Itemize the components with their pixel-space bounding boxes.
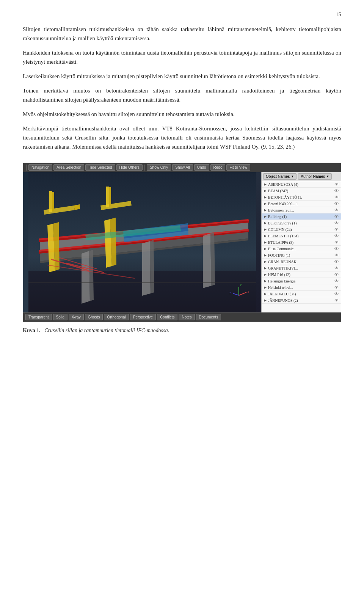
panel-list-item[interactable]: ▶HPM P16 (12)👁: [262, 271, 341, 278]
object-name-label: Helsinki televi...: [268, 285, 333, 290]
toolbar-btn-show-all[interactable]: Show All: [172, 164, 193, 171]
expand-arrow-icon: ▶: [264, 273, 267, 276]
visibility-eye-icon[interactable]: 👁: [334, 292, 339, 296]
bottom-toolbar-btn-x-ray[interactable]: X-ray: [69, 314, 84, 320]
viewer-bottom-toolbar: TransparentSolidX-rayGhostsOrthogonalPer…: [23, 312, 341, 322]
object-name-label: Building (1): [268, 215, 333, 219]
svg-marker-11: [142, 241, 151, 296]
panel-list-item[interactable]: ▶GRAN. REUNAK...👁: [262, 259, 341, 265]
bottom-toolbar-btn-conflicts[interactable]: Conflicts: [157, 314, 177, 320]
expand-arrow-icon: ▶: [264, 260, 267, 264]
expand-arrow-icon: ▶: [264, 240, 267, 244]
object-name-label: FOOTING (1): [268, 253, 333, 257]
panel-filter-author-names[interactable]: Author Names ▼: [298, 173, 332, 180]
visibility-eye-icon[interactable]: 👁: [334, 266, 339, 270]
expand-arrow-icon: ▶: [264, 234, 267, 238]
toolbar-btn-navigation[interactable]: Navigation: [28, 164, 52, 171]
visibility-eye-icon[interactable]: 👁: [334, 272, 339, 277]
svg-marker-12: [150, 240, 154, 293]
visibility-eye-icon[interactable]: 👁: [334, 240, 339, 245]
panel-list-item[interactable]: ▶Betoni K40 200... 1👁: [262, 201, 341, 207]
expand-arrow-icon: ▶: [264, 227, 267, 231]
visibility-eye-icon[interactable]: 👁: [334, 285, 339, 290]
visibility-eye-icon[interactable]: 👁: [334, 195, 339, 199]
toolbar-btn-fit-to-view[interactable]: Fit to View: [226, 164, 250, 171]
panel-list-item[interactable]: ▶ELEMENTTI (134)👁: [262, 233, 341, 239]
caption-text: Crusellin sillan ja rantamuurien tietoma…: [44, 328, 169, 333]
visibility-eye-icon[interactable]: 👁: [334, 227, 339, 232]
panel-header: Object Names ▼Author Names ▼: [262, 172, 341, 181]
toolbar-btn-show-only[interactable]: Show Only: [147, 164, 171, 171]
panel-list-item[interactable]: ▶COLUMN (24)👁: [262, 226, 341, 233]
panel-object-list[interactable]: ▶ASENNUSOSA (4)👁▶BEAM (247)👁▶BETONITÄYTT…: [262, 181, 341, 312]
bottom-toolbar-btn-perspective[interactable]: Perspective: [130, 314, 156, 320]
object-name-label: ASENNUSOSA (4): [268, 182, 333, 187]
bottom-toolbar-btn-documents[interactable]: Documents: [196, 314, 221, 320]
panel-list-item[interactable]: ▶Helsingin Energia👁: [262, 278, 341, 284]
panel-list-item[interactable]: ▶FOOTING (1)👁: [262, 252, 341, 259]
svg-text:Z: Z: [229, 292, 231, 295]
visibility-eye-icon[interactable]: 👁: [334, 201, 339, 206]
visibility-eye-icon[interactable]: 👁: [334, 188, 339, 193]
svg-marker-9: [82, 251, 90, 304]
object-name-label: Elisa Communic...: [268, 247, 333, 251]
visibility-eye-icon[interactable]: 👁: [334, 253, 339, 257]
toolbar-btn-undo[interactable]: Undo: [194, 164, 209, 171]
panel-list-item[interactable]: ▶Elisa Communic...👁: [262, 246, 341, 252]
expand-arrow-icon: ▶: [264, 195, 267, 199]
toolbar-btn-area-selection[interactable]: Area Selection: [53, 164, 84, 171]
visibility-eye-icon[interactable]: 👁: [334, 298, 339, 303]
visibility-eye-icon[interactable]: 👁: [334, 246, 339, 251]
object-name-label: COLUMN (24): [268, 227, 333, 232]
bottom-toolbar-btn-solid[interactable]: Solid: [53, 314, 67, 320]
svg-marker-10: [89, 250, 94, 301]
panel-list-item[interactable]: ▶Building (1)👁: [262, 213, 341, 220]
visibility-eye-icon[interactable]: 👁: [334, 214, 339, 219]
viewer-3d-viewport[interactable]: X Y Z: [23, 172, 261, 312]
panel-list-item[interactable]: ▶BETONITÄYTTÖ (1:👁: [262, 194, 341, 201]
object-name-label: BETONITÄYTTÖ (1:: [268, 195, 333, 199]
expand-arrow-icon: ▶: [264, 215, 267, 218]
toolbar-btn-redo[interactable]: Redo: [210, 164, 226, 171]
viewer-main-area: X Y Z Object Names ▼Author Names ▼ ▶ASEN…: [23, 172, 341, 312]
visibility-eye-icon[interactable]: 👁: [334, 259, 339, 264]
paragraph-2: Hankkeiden tuloksena on tuotu käytännön …: [23, 48, 341, 66]
expand-arrow-icon: ▶: [264, 266, 267, 270]
bottom-toolbar-btn-orthogonal[interactable]: Orthogonal: [104, 314, 129, 320]
panel-list-item[interactable]: ▶BEAM (247)👁: [262, 188, 341, 194]
bottom-toolbar-btn-transparent[interactable]: Transparent: [25, 314, 52, 320]
expand-arrow-icon: ▶: [264, 202, 267, 205]
bottom-toolbar-btn-ghosts[interactable]: Ghosts: [85, 314, 103, 320]
visibility-eye-icon[interactable]: 👁: [334, 234, 339, 238]
visibility-eye-icon[interactable]: 👁: [334, 182, 339, 187]
expand-arrow-icon: ▶: [264, 182, 267, 186]
object-name-label: Betoni K40 200... 1: [268, 202, 333, 206]
paragraph-5: Myös ohjelmistokehityksessä on havaittu …: [23, 110, 341, 119]
panel-list-item[interactable]: ▶Helsinki televi...👁: [262, 284, 341, 291]
panel-filter-object-names[interactable]: Object Names ▼: [263, 173, 297, 180]
panel-list-item[interactable]: ▶JÄNNEPUNOS (2)👁: [262, 297, 341, 304]
toolbar-btn-hide-others[interactable]: Hide Others: [116, 164, 143, 171]
bottom-toolbar-btn-notes[interactable]: Notes: [179, 314, 195, 320]
panel-list-item[interactable]: ▶ETULAIPPA (8)👁: [262, 239, 341, 246]
visibility-eye-icon[interactable]: 👁: [334, 221, 339, 225]
svg-text:Y: Y: [240, 284, 242, 287]
object-name-label: BEAM (247): [268, 189, 333, 193]
object-name-label: Helsingin Energia: [268, 279, 333, 283]
expand-arrow-icon: ▶: [264, 292, 267, 296]
toolbar-btn-hide-selected[interactable]: Hide Selected: [85, 164, 115, 171]
object-name-label: Betoninen reun...: [268, 208, 333, 212]
object-name-label: HPM P16 (12): [268, 273, 333, 277]
panel-list-item[interactable]: ▶ASENNUSOSA (4)👁: [262, 181, 341, 188]
panel-list-item[interactable]: ▶Betoninen reun...👁: [262, 207, 341, 213]
visibility-eye-icon[interactable]: 👁: [334, 279, 339, 283]
panel-list-item[interactable]: ▶JÄLKIVALU (34)👁: [262, 291, 341, 297]
panel-list-item[interactable]: ▶BuildingStorey (1)👁: [262, 220, 341, 226]
expand-arrow-icon: ▶: [264, 247, 267, 251]
panel-list-item[interactable]: ▶GRANIITTIKIVI...👁: [262, 265, 341, 271]
caption-label: Kuva 1.: [23, 328, 41, 333]
expand-arrow-icon: ▶: [264, 208, 267, 212]
object-name-label: ETULAIPPA (8): [268, 240, 333, 245]
visibility-eye-icon[interactable]: 👁: [334, 208, 339, 212]
viewer-top-toolbar: NavigationArea SelectionHide SelectedHid…: [23, 163, 341, 172]
